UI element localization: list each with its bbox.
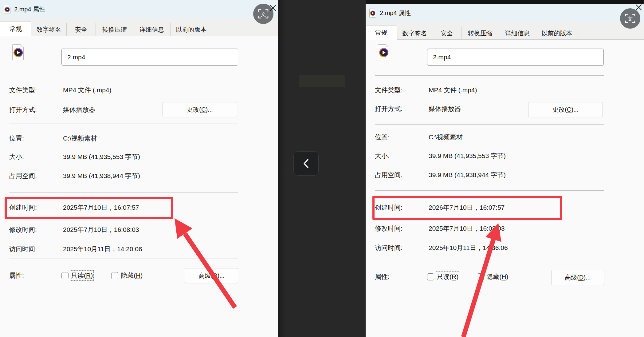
top-black-band	[366, 0, 644, 4]
file-type-value: MP4 文件 (.mp4)	[429, 86, 604, 94]
properties-dialog-right: 2.mp4 属性 常规 数字签名 安全 转换压缩 详细信息 以前的版本 文件类型…	[366, 0, 644, 337]
tab-general[interactable]: 常规	[366, 25, 397, 40]
titlebar: 2.mp4 属性	[366, 4, 644, 22]
hidden-checkbox[interactable]	[477, 273, 484, 280]
svg-text:文: 文	[261, 11, 266, 17]
size-label: 大小:	[9, 153, 63, 161]
faint-tooltip-box	[299, 75, 345, 87]
readonly-checkbox-label[interactable]: 只读(R)	[71, 271, 93, 280]
titlebar: 2.mp4 属性	[0, 0, 278, 18]
dark-divider-panel	[278, 0, 366, 337]
window-title: 2.mp4 属性	[380, 9, 411, 17]
chevron-left-icon	[301, 158, 311, 169]
modified-value: 2025年7月10日，16:08:03	[63, 225, 238, 234]
tab-convert-compress[interactable]: 转换压缩	[96, 23, 133, 36]
advanced-button[interactable]: 高级(D)...	[185, 268, 238, 283]
location-label: 位置:	[375, 133, 429, 141]
close-icon[interactable]	[269, 4, 277, 12]
separator	[9, 259, 238, 259]
separator	[375, 124, 604, 125]
separator	[9, 124, 238, 124]
tab-convert-compress[interactable]: 转换压缩	[461, 27, 499, 40]
filename-input[interactable]	[61, 49, 238, 65]
mp4-file-icon-large	[378, 44, 389, 60]
modified-value: 2025年7月10日，16:08:03	[429, 224, 604, 233]
tab-details[interactable]: 详细信息	[133, 23, 171, 36]
advanced-button[interactable]: 高级(D)...	[551, 270, 604, 285]
svg-text:文: 文	[628, 16, 633, 22]
size-on-disk-label: 占用空间:	[375, 171, 429, 179]
modified-label: 修改时间:	[9, 225, 63, 234]
change-button[interactable]: 更改(C)...	[163, 102, 237, 117]
tab-previous-versions[interactable]: 以前的版本	[171, 23, 212, 36]
location-value: C:\视频素材	[429, 133, 604, 141]
file-type-value: MP4 文件 (.mp4)	[63, 86, 238, 94]
tab-details[interactable]: 详细信息	[499, 27, 536, 40]
open-with-label: 打开方式:	[9, 105, 63, 114]
readonly-checkbox[interactable]	[427, 273, 434, 280]
created-label: 创建时间:	[375, 203, 429, 212]
close-icon[interactable]	[635, 4, 642, 11]
size-on-disk-value: 39.9 MB (41,938,944 字节)	[63, 172, 238, 180]
separator	[375, 264, 604, 264]
tab-digital-signatures[interactable]: 数字签名	[31, 23, 67, 36]
separator	[375, 75, 604, 76]
mp4-file-icon-large	[12, 44, 24, 60]
created-value: 2026年7月10日，16:07:57	[429, 203, 604, 212]
size-value: 39.9 MB (41,935,553 字节)	[429, 152, 604, 160]
accessed-label: 访问时间:	[9, 245, 63, 253]
tab-general[interactable]: 常规	[0, 22, 31, 36]
tab-security[interactable]: 安全	[67, 23, 96, 36]
accessed-value: 2025年10月11日，14:36:06	[429, 244, 604, 252]
separator	[9, 75, 238, 75]
file-type-label: 文件类型:	[9, 86, 63, 94]
location-label: 位置:	[9, 134, 63, 143]
size-on-disk-value: 39.9 MB (41,938,944 字节)	[429, 171, 604, 179]
size-on-disk-label: 占用空间:	[9, 172, 63, 180]
modified-label: 修改时间:	[375, 224, 429, 233]
filename-input[interactable]	[427, 49, 604, 65]
tab-digital-signatures[interactable]: 数字签名	[397, 27, 432, 40]
tab-previous-versions[interactable]: 以前的版本	[536, 27, 578, 40]
hidden-checkbox-label[interactable]: 隐藏(H)	[486, 272, 508, 281]
created-value: 2025年7月10日，16:07:57	[63, 203, 238, 212]
size-value: 39.9 MB (41,935,553 字节)	[63, 153, 238, 161]
hidden-checkbox-label[interactable]: 隐藏(H)	[121, 271, 143, 280]
size-label: 大小:	[375, 152, 429, 160]
window-title: 2.mp4 属性	[14, 5, 45, 14]
readonly-checkbox-label[interactable]: 只读(R)	[437, 272, 458, 281]
tab-security[interactable]: 安全	[432, 27, 461, 40]
screenshot-translate-icon[interactable]: 文	[620, 8, 640, 29]
separator	[9, 192, 238, 192]
change-button[interactable]: 更改(C)...	[528, 102, 603, 117]
created-label: 创建时间:	[9, 203, 63, 212]
mp4-file-icon	[4, 5, 10, 14]
open-with-label: 打开方式:	[375, 105, 429, 113]
collapse-panel-button[interactable]	[293, 151, 319, 176]
file-type-label: 文件类型:	[375, 86, 429, 94]
accessed-value: 2025年10月11日，14:20:06	[63, 245, 238, 253]
properties-dialog-left: 2.mp4 属性 常规 数字签名 安全 转换压缩 详细信息 以前的版本 文件类型…	[0, 0, 278, 337]
mp4-file-icon	[369, 9, 376, 18]
accessed-label: 访问时间:	[375, 244, 429, 252]
attributes-label: 属性:	[375, 272, 427, 281]
location-value: C:\视频素材	[63, 134, 238, 143]
readonly-checkbox[interactable]	[61, 272, 69, 279]
separator	[375, 190, 604, 191]
hidden-checkbox[interactable]	[111, 272, 118, 279]
attributes-label: 属性:	[9, 271, 61, 280]
